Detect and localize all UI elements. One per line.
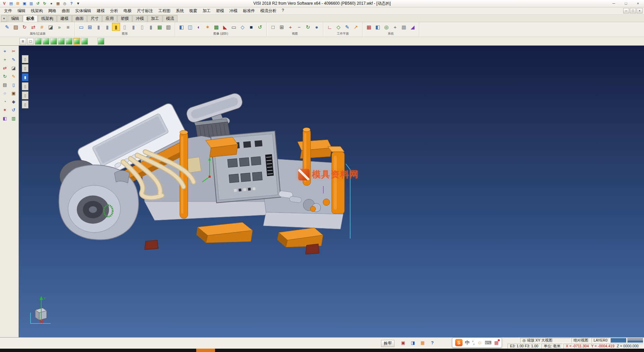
- model-rail-left[interactable]: [197, 222, 253, 243]
- tab-5[interactable]: 曲面: [72, 15, 87, 22]
- sys-grid-icon[interactable]: ▩: [400, 23, 408, 31]
- model-bracket-right[interactable]: [298, 140, 332, 159]
- geo-stack-icon[interactable]: ▥: [164, 23, 172, 31]
- menu-item-12[interactable]: 系统: [173, 7, 186, 14]
- attr-list-icon[interactable]: ≡: [64, 23, 72, 31]
- sys-palette-icon[interactable]: ▦: [365, 23, 373, 31]
- menu-item-19[interactable]: ?: [279, 7, 287, 14]
- ime-logo-icon[interactable]: S: [455, 339, 463, 346]
- mdi-restore-button[interactable]: □: [630, 8, 636, 13]
- open-file-icon[interactable]: ⊞: [15, 1, 21, 6]
- attr-forward-icon[interactable]: »: [55, 23, 63, 31]
- img-shaded-icon[interactable]: ◧: [177, 23, 185, 31]
- menu-item-13[interactable]: 视窗: [186, 7, 200, 14]
- menu-item-10[interactable]: 尺寸标注: [134, 7, 156, 14]
- img-section-icon[interactable]: ◣: [221, 23, 229, 31]
- save-file-icon[interactable]: ▣: [21, 1, 28, 6]
- palette-tool-icon[interactable]: ◧: [1, 115, 9, 122]
- view-cube-dynamic-icon[interactable]: [98, 38, 104, 45]
- clipboard-slot-4[interactable]: ▯: [22, 82, 29, 90]
- tab-6[interactable]: 尺寸: [87, 15, 102, 22]
- view-menu-icon[interactable]: ≡: [19, 38, 26, 45]
- lock-button[interactable]: 拴牢: [381, 340, 394, 347]
- menu-item-9[interactable]: 电极: [121, 7, 134, 14]
- img-background-icon[interactable]: ■: [247, 23, 255, 31]
- edit-tool-icon[interactable]: ✎: [10, 73, 17, 80]
- attr-hash-icon[interactable]: #: [38, 23, 46, 31]
- model-sensor-box[interactable]: [186, 157, 201, 173]
- model-blower[interactable]: [59, 160, 139, 240]
- clipboard-slot-3[interactable]: ▮: [22, 73, 29, 81]
- ime-punct-icon[interactable]: ’,: [472, 340, 475, 345]
- geo-node-icon[interactable]: ⊞: [86, 23, 94, 31]
- cad-model-canvas[interactable]: [44, 57, 366, 265]
- visi-logo-icon[interactable]: V: [1, 1, 7, 6]
- qat-dropdown-icon[interactable]: ▼: [75, 1, 81, 6]
- ime-mode-toggle[interactable]: 中: [465, 340, 470, 346]
- 3d-viewport[interactable]: ▯▯▮▯▯▯: [19, 46, 644, 337]
- sys-ramp-icon[interactable]: ◢: [409, 23, 417, 31]
- mdi-minimize-button[interactable]: ─: [623, 8, 629, 13]
- box-tool-icon[interactable]: ▣: [10, 89, 17, 97]
- ime-toolbox-icon[interactable]: ▦: [494, 340, 499, 345]
- img-refresh-icon[interactable]: ↺: [256, 23, 264, 31]
- attr-paint-icon[interactable]: ▨: [12, 23, 20, 31]
- clipboard-slot-5[interactable]: ▯: [22, 91, 29, 99]
- taskbar-highlighted-app[interactable]: [196, 349, 215, 352]
- close-button[interactable]: ×: [632, 0, 644, 7]
- geo-capsule5-icon[interactable]: ▯: [138, 23, 146, 31]
- geo-frame-icon[interactable]: ▭: [77, 23, 85, 31]
- menu-item-7[interactable]: 建模: [94, 7, 107, 14]
- crosshair-tool-icon[interactable]: +: [1, 56, 9, 63]
- geo-capsule2-icon[interactable]: ▮: [103, 23, 111, 31]
- ime-toolbar[interactable]: S 中 ’,☺⌨▦: [452, 338, 502, 348]
- view-cube-right-icon[interactable]: [58, 38, 65, 45]
- menu-item-17[interactable]: 标准件: [240, 7, 258, 14]
- menu-item-5[interactable]: 曲面: [59, 7, 72, 14]
- model-bracket-top[interactable]: [206, 137, 238, 157]
- menu-item-18[interactable]: 模流分析: [258, 7, 279, 14]
- workplane-xy-icon[interactable]: ∟: [326, 23, 334, 31]
- sys-snap-icon[interactable]: +: [391, 23, 399, 31]
- view-previous-icon[interactable]: ●: [313, 23, 321, 31]
- pencil-tool-icon[interactable]: ✎: [10, 56, 17, 63]
- burst-tool-icon[interactable]: ✶: [1, 106, 9, 114]
- units-field[interactable]: 单位: 毫米: [541, 344, 563, 349]
- zoom-in-icon[interactable]: +: [286, 23, 294, 31]
- status-display-icon[interactable]: ◨: [410, 340, 416, 346]
- attr-edit-icon[interactable]: ✎: [3, 23, 11, 31]
- new-file-icon[interactable]: ▤: [8, 1, 14, 6]
- geo-grid-icon[interactable]: ▦: [156, 23, 164, 31]
- help-icon[interactable]: ?: [68, 1, 74, 6]
- tab-7[interactable]: 应用: [102, 15, 117, 22]
- menu-item-1[interactable]: 文件: [1, 7, 15, 14]
- zoom-window-icon[interactable]: ⊞: [278, 23, 286, 31]
- menu-item-8[interactable]: 分析: [107, 7, 121, 14]
- grid-icon[interactable]: ▦: [55, 1, 61, 6]
- menu-item-6[interactable]: 实体编辑: [72, 7, 94, 14]
- rotate-tool-icon[interactable]: ↻: [1, 73, 9, 80]
- img-hide-icon[interactable]: ▭: [230, 23, 238, 31]
- color-swatch-primary[interactable]: [610, 338, 627, 343]
- workplane-align-icon[interactable]: ↗: [352, 23, 360, 31]
- menu-item-4[interactable]: 网格: [46, 7, 59, 14]
- view-rotate-icon[interactable]: ↻: [304, 23, 312, 31]
- clipboard-slot-1[interactable]: ▯: [22, 55, 29, 63]
- view-plan-icon[interactable]: □: [27, 38, 34, 45]
- sys-screen-icon[interactable]: ◧: [374, 23, 382, 31]
- options-icon[interactable]: ◎: [62, 1, 68, 6]
- zoom-out-icon[interactable]: −: [295, 23, 303, 31]
- menu-item-11[interactable]: 工程图: [156, 7, 173, 14]
- redo-icon[interactable]: ↻: [42, 1, 48, 6]
- clipboard-slot-6[interactable]: ▯: [22, 100, 29, 108]
- sheet-tool-icon[interactable]: ▯: [10, 81, 17, 88]
- status-snap-icon[interactable]: ▣: [400, 340, 407, 346]
- copy-tool-icon[interactable]: ▥: [10, 115, 17, 122]
- undo-icon[interactable]: ↺: [35, 1, 41, 6]
- tab-9[interactable]: 冲模: [132, 15, 147, 22]
- menu-item-2[interactable]: 编辑: [15, 7, 28, 14]
- save-all-icon[interactable]: ▥: [28, 1, 34, 6]
- img-texture-icon[interactable]: ▩: [212, 23, 220, 31]
- filter-swap-icon[interactable]: ⇄: [29, 23, 37, 31]
- tab-4[interactable]: 建模: [57, 15, 72, 22]
